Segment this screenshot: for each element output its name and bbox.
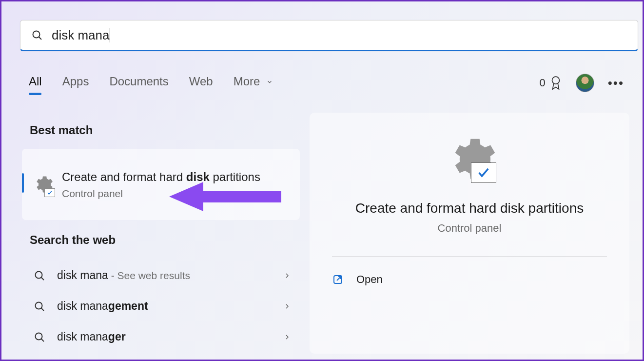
tab-more[interactable]: More xyxy=(234,75,273,88)
separator xyxy=(332,256,607,257)
search-bar[interactable]: disk mana xyxy=(20,20,638,51)
checkmark-icon xyxy=(474,166,493,180)
open-label: Open xyxy=(356,273,383,286)
search-web-heading: Search the web xyxy=(30,233,116,247)
more-options-button[interactable]: ••• xyxy=(608,76,624,91)
avatar[interactable] xyxy=(576,74,594,92)
tab-web[interactable]: Web xyxy=(189,75,213,88)
tab-documents[interactable]: Documents xyxy=(109,75,168,88)
detail-subtitle: Control panel xyxy=(438,222,502,235)
rewards-count: 0 xyxy=(539,77,545,89)
detail-icon xyxy=(443,132,496,186)
chevron-down-icon xyxy=(266,79,273,85)
chevron-right-icon xyxy=(283,272,291,280)
tab-apps[interactable]: Apps xyxy=(62,75,89,88)
svg-line-7 xyxy=(41,308,44,310)
medal-icon xyxy=(549,76,562,90)
svg-point-8 xyxy=(36,333,42,340)
search-icon xyxy=(34,331,45,343)
search-icon xyxy=(34,270,45,281)
web-result-1[interactable]: disk mana - See web results xyxy=(22,260,300,291)
control-panel-icon xyxy=(32,174,53,195)
tab-more-label: More xyxy=(234,75,260,88)
web-result-3[interactable]: disk manager xyxy=(22,321,300,352)
tab-all[interactable]: All xyxy=(29,75,42,88)
chevron-right-icon xyxy=(283,333,291,341)
svg-point-6 xyxy=(36,302,42,309)
svg-point-2 xyxy=(552,77,559,84)
svg-line-9 xyxy=(41,339,44,341)
best-match-heading: Best match xyxy=(30,123,93,137)
svg-point-4 xyxy=(36,271,42,278)
chevron-right-icon xyxy=(283,302,291,310)
header-actions: 0 ••• xyxy=(539,74,624,92)
detail-title: Create and format hard disk partitions xyxy=(355,201,584,216)
detail-pane: Create and format hard disk partitions C… xyxy=(310,113,629,354)
open-action[interactable]: Open xyxy=(332,273,383,286)
web-result-2[interactable]: disk management xyxy=(22,291,300,321)
svg-marker-3 xyxy=(169,182,281,211)
open-icon xyxy=(332,274,344,285)
checkmark-icon xyxy=(46,190,54,196)
web-results-list: disk mana - See web results disk managem… xyxy=(22,260,300,352)
rewards-counter[interactable]: 0 xyxy=(539,76,562,90)
svg-line-5 xyxy=(41,277,44,280)
search-icon xyxy=(34,301,45,312)
filter-tabs: All Apps Documents Web More xyxy=(29,75,273,88)
annotation-arrow xyxy=(169,182,281,216)
